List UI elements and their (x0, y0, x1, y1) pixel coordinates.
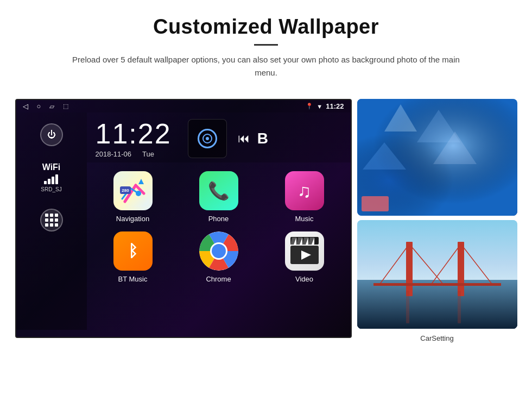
left-sidebar: ⏻ WiFi SRD_SJ (16, 112, 87, 330)
phone-icon-symbol: 📞 (208, 180, 230, 201)
media-playback-icons: ⏮ B (238, 130, 268, 147)
wallpaper-bridge-bg (357, 220, 517, 329)
svg-rect-39 (406, 291, 409, 323)
phone-app-icon: 📞 (199, 171, 238, 210)
device-body: ⏻ WiFi SRD_SJ (16, 112, 351, 330)
device-right: 11:22 2018-11-06 Tue (87, 112, 351, 330)
back-icon[interactable]: ◁ (23, 102, 28, 110)
wifi-bar-1 (44, 181, 47, 184)
bt-music-app-icon: ᛒ (113, 231, 153, 271)
location-icon: 📍 (306, 103, 313, 110)
title-divider (254, 44, 278, 46)
app-item-chrome[interactable]: Chrome (180, 231, 257, 283)
clock-day-value: Tue (142, 150, 154, 158)
navigation-app-label: Navigation (116, 215, 149, 223)
status-bar-right: 📍 ▼ 11:22 (306, 102, 344, 110)
wallpaper-previews: CarSetting (357, 99, 517, 343)
apps-grid-button[interactable] (40, 209, 63, 231)
page-wrapper: Customized Wallpaper Preload over 5 defa… (0, 0, 532, 354)
time-section: 11:22 2018-11-06 Tue (87, 112, 351, 162)
page-description: Preload over 5 default wallpaper options… (65, 53, 467, 79)
status-bar: ◁ ○ ▱ ⬚ 📍 ▼ 11:22 (16, 100, 351, 112)
app-item-music[interactable]: ♫ Music (266, 171, 343, 223)
music-icon-symbol: ♫ (297, 180, 312, 202)
app-item-bt-music[interactable]: ᛒ BT Music (94, 231, 172, 283)
radio-icon (198, 129, 217, 148)
wifi-network-name: SRD_SJ (41, 186, 61, 192)
grid-dots-icon (45, 214, 58, 227)
svg-rect-40 (458, 291, 461, 323)
carsetting-area: CarSetting (357, 333, 517, 343)
chrome-app-label: Chrome (206, 275, 231, 283)
clock-date-value: 2018-11-06 (96, 150, 132, 158)
navigation-app-icon: 280 (113, 171, 153, 210)
app-item-phone[interactable]: 📞 Phone (180, 171, 257, 223)
wifi-bar-3 (52, 177, 54, 184)
wifi-bar-4 (55, 174, 58, 184)
bt-music-app-label: BT Music (118, 275, 148, 283)
power-icon: ⏻ (47, 130, 56, 140)
music-app-icon: ♫ (285, 171, 324, 210)
radio-inner-ring (202, 134, 212, 143)
status-time: 11:22 (326, 102, 344, 110)
bridge-scene-svg (357, 220, 517, 329)
svg-rect-38 (373, 283, 501, 286)
radio-center-dot (206, 137, 209, 140)
wifi-status-icon: ▼ (316, 103, 322, 110)
power-button[interactable]: ⏻ (40, 123, 63, 146)
svg-point-9 (212, 244, 226, 258)
chrome-icon-svg (199, 231, 238, 271)
media-icons (188, 119, 227, 158)
device-screen: ◁ ○ ▱ ⬚ 📍 ▼ 11:22 (15, 99, 352, 338)
wifi-info: WiFi SRD_SJ (41, 162, 61, 192)
status-bar-left: ◁ ○ ▱ ⬚ (23, 102, 69, 110)
video-app-icon (285, 231, 324, 271)
skip-prev-icon[interactable]: ⏮ (238, 132, 250, 146)
device-overlay-thumbnail (362, 196, 389, 211)
bluetooth-icon-symbol: ᛒ (128, 242, 138, 260)
carsetting-label-text: CarSetting (420, 334, 453, 342)
main-content: ◁ ○ ▱ ⬚ 📍 ▼ 11:22 (0, 89, 532, 354)
time-date-block: 11:22 2018-11-06 Tue (96, 120, 172, 158)
clock-time: 11:22 (96, 120, 172, 148)
wallpaper-ice-bg (357, 99, 517, 216)
svg-rect-29 (357, 280, 517, 329)
music-app-label: Music (295, 215, 314, 223)
radio-widget[interactable] (188, 119, 227, 158)
phone-app-label: Phone (208, 215, 229, 223)
home-icon[interactable]: ○ (37, 102, 41, 110)
app-item-video[interactable]: Video (266, 231, 343, 283)
chrome-app-icon (199, 231, 238, 271)
recents-icon[interactable]: ▱ (49, 103, 54, 110)
app-grid: 280 Navigation 📞 (87, 162, 351, 289)
page-title: Customized Wallpaper (33, 15, 499, 39)
screenshot-icon[interactable]: ⬚ (63, 103, 68, 110)
wifi-label: WiFi (41, 162, 61, 172)
video-app-label: Video (295, 275, 313, 283)
wifi-bars (41, 174, 61, 184)
app-item-navigation[interactable]: 280 Navigation (94, 171, 172, 223)
svg-point-3 (136, 191, 141, 196)
header-section: Customized Wallpaper Preload over 5 defa… (0, 0, 532, 89)
clock-date: 2018-11-06 Tue (96, 150, 154, 158)
wifi-bar-2 (48, 179, 50, 184)
svg-text:280: 280 (122, 188, 129, 193)
wallpaper-preview-ice[interactable] (357, 99, 517, 216)
video-icon-svg (289, 237, 320, 265)
bluetooth-letter-icon: B (257, 130, 268, 147)
navigation-map-svg: 280 (117, 174, 149, 207)
wallpaper-preview-bridge[interactable] (357, 220, 517, 329)
